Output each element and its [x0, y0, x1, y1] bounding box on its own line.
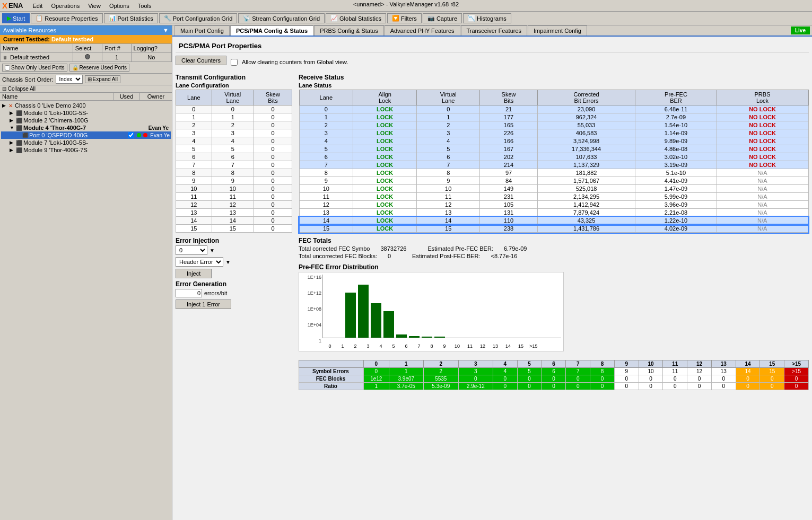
status-cell: LOCK [353, 169, 417, 177]
errors-per-bit-input[interactable] [176, 289, 202, 297]
sub-tab-impairment[interactable]: Impairment Config [528, 25, 587, 36]
show-used-ports-btn[interactable]: Show Only Used Ports [2, 64, 67, 72]
tab-filters[interactable]: 🔽 Filters [387, 13, 422, 23]
title-bar: <unnamed> - ValkyrieManager v1.68 r82 [353, 1, 459, 7]
lane-cell: 0 [254, 225, 292, 233]
clear-counters-btn[interactable]: Clear Counters [176, 56, 226, 65]
lane-cell: 12 [212, 201, 254, 209]
lane-cell: 10 [212, 185, 254, 193]
menu-edit[interactable]: Edit [29, 2, 46, 10]
tree-item-module2[interactable]: ▶ ⬛ Module 2 'Chimera-100G [1, 117, 171, 124]
inject-1-error-btn[interactable]: Inject 1 Error [176, 299, 231, 309]
tab-resource-properties[interactable]: 📋 Resource Properties [31, 13, 102, 23]
status-cell: 12 [299, 201, 353, 209]
status-cell: 4 [299, 137, 353, 145]
tab-global-stats[interactable]: 📈 Global Statistics [326, 13, 386, 23]
lane-cell: 4 [176, 137, 212, 145]
menu-view[interactable]: View [85, 2, 104, 10]
tree-item-chassis0[interactable]: ▶ ✕ Chassis 0 'Live Demo 2400 [1, 102, 171, 109]
chevron-down-icon[interactable]: ▼ [163, 27, 169, 33]
lane-cell: 7 [176, 161, 212, 169]
status-cell: NO LOCK [717, 153, 808, 161]
chart-bar [422, 337, 432, 338]
menu-tools[interactable]: Tools [135, 2, 155, 10]
sub-tab-main-port-config[interactable]: Main Port Config [174, 25, 230, 36]
page-title: PCS/PMA Port Properties [176, 40, 809, 52]
status-cell: 6 [299, 153, 353, 161]
status-cell: 6 [417, 153, 480, 161]
port0-checkbox[interactable] [128, 132, 134, 138]
lane-cell: 1 [212, 113, 254, 121]
lock-icon: 🔒 [72, 65, 78, 70]
header-error-select[interactable]: Header Error [176, 257, 223, 267]
sort-row: Chassis Sort Order: Index ⊞ Expand All [0, 74, 172, 85]
lane-cell: 0 [176, 105, 212, 113]
status-cell: LOCK [353, 225, 417, 233]
status-cell: NO LOCK [717, 129, 808, 137]
chassis-sort-select[interactable]: Index [56, 75, 83, 84]
sym-col-header: 4 [493, 360, 518, 368]
lane-cell: 15 [176, 225, 212, 233]
sym-col-header: 13 [711, 360, 736, 368]
sub-tab-prbs-config[interactable]: PRBS Config & Status [314, 25, 383, 36]
tree-item-port0[interactable]: ⬛ Port 0 'QSFPDD 400G Evan Ye [1, 131, 171, 139]
inject-btn[interactable]: Inject [176, 269, 212, 278]
status-cell: 1,571,067 [537, 177, 635, 185]
status-row: 11LOCK112312,134,2955.99e-09N/A [299, 193, 808, 201]
stream-icon: 📡 [243, 15, 250, 22]
tab-port-config[interactable]: 🔧 Port Configuration Grid [159, 13, 238, 23]
lane-cell: 0 [254, 161, 292, 169]
tab-capture[interactable]: 📷 Capture [423, 13, 462, 23]
sym-row-label: Ratio [299, 383, 364, 390]
status-cell: 1.47e-09 [635, 185, 717, 193]
expand-icon: ▶ [10, 140, 15, 145]
chassis-icon: ✕ [8, 103, 13, 109]
menu-bar: XENA Edit Operations View Options Tools … [0, 0, 812, 12]
start-btn[interactable]: ▶ Start [2, 13, 30, 23]
sym-cell: 0 [542, 375, 566, 383]
lane-cell: 0 [254, 121, 292, 129]
tab-stream-config[interactable]: 📡 Stream Configuration Grid [238, 13, 325, 23]
error-value-select[interactable]: 0 [176, 245, 207, 255]
testbed-select-cell[interactable] [73, 53, 102, 62]
status-cell: 525,018 [537, 185, 635, 193]
tree-header: Name Used Owner [0, 93, 172, 101]
sub-tab-transceiver[interactable]: Transceiver Features [461, 25, 528, 36]
chart-x-label: 11 [464, 343, 476, 349]
receive-status-header: Receive Status [299, 74, 809, 81]
menu-options[interactable]: Options [106, 2, 133, 10]
sym-cell: 0 [663, 375, 687, 383]
menu-operations[interactable]: Operations [48, 2, 83, 10]
sym-cell: 5535 [424, 375, 458, 383]
show-used-checkbox[interactable] [5, 65, 10, 70]
tree-item-module7[interactable]: ▶ ⬛ Module 7 'Loki-100G-5S- [1, 139, 171, 146]
tree-item-module9[interactable]: ▶ ⬛ Module 9 'Thor-400G-7S [1, 146, 171, 154]
sym-cell: 0 [760, 375, 784, 383]
status-col-corr: CorrectedBit Errors [537, 90, 635, 105]
status-cell: 7 [417, 161, 480, 169]
status-cell: 14 [417, 217, 480, 225]
expand-all-btn[interactable]: ⊞ Expand All [85, 75, 120, 83]
tab-histograms[interactable]: 📉 Histograms [463, 13, 511, 23]
sym-col-header: 0 [363, 360, 389, 368]
status-cell: LOCK [353, 105, 417, 113]
allow-clear-checkbox[interactable] [231, 59, 238, 66]
fec-totals: FEC Totals Total corrected FEC Symbo 387… [299, 237, 809, 259]
sub-tab-advanced-phy[interactable]: Advanced PHY Features [385, 25, 460, 36]
testbed-name-cell: 🖥 Default testbed [1, 53, 73, 62]
pre-fec-label: Pre-FEC Error Distribution [299, 263, 809, 271]
collapse-all-row[interactable]: ⊟ Collapse All [0, 85, 172, 93]
lane-cell: 8 [176, 169, 212, 177]
select-radio[interactable] [85, 54, 90, 59]
reserve-used-ports-btn[interactable]: 🔒 Reserve Used Ports [69, 64, 129, 72]
live-badge: Live [791, 27, 810, 34]
sub-tab-pcs-pma[interactable]: PCS/PMA Config & Status [230, 25, 313, 36]
tree-item-module4[interactable]: ▼ ⬛ Module 4 'Thor-400G-7 Evan Ye [1, 124, 171, 131]
chart-bar [396, 334, 407, 338]
lane-cell: 0 [254, 105, 292, 113]
tab-port-statistics[interactable]: 📊 Port Statistics [104, 13, 158, 23]
tree-item-module0[interactable]: ▶ ⬛ Module 0 'Loki-100G-5S- [1, 109, 171, 117]
lane-cell: 11 [176, 193, 212, 201]
chart-x-axis: 0123456789101112131415>15 [301, 343, 561, 349]
sym-col-header: 10 [639, 360, 663, 368]
